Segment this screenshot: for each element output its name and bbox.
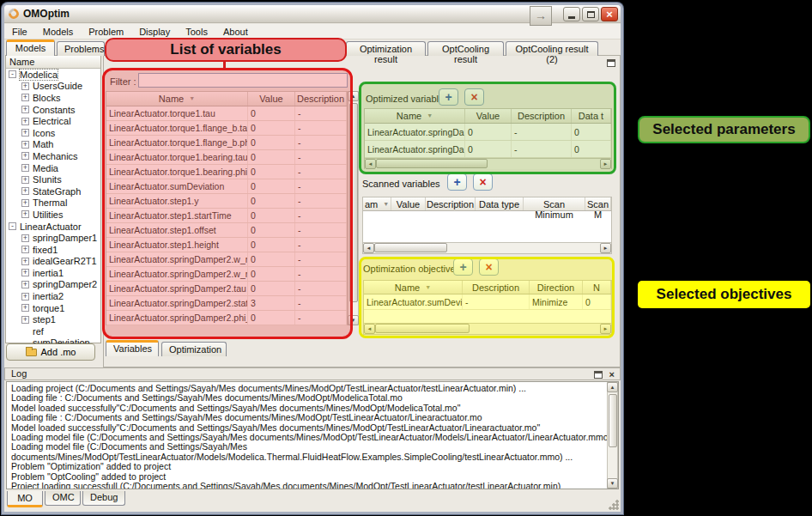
tree-expand-icon[interactable]: + [21, 269, 29, 276]
column-header-name[interactable]: am ▼ [363, 197, 391, 210]
tree-item[interactable]: + springDamper2 [6, 279, 100, 291]
tree-item[interactable]: + Math [6, 139, 100, 151]
tree-item[interactable]: ref [6, 325, 100, 337]
column-header-n[interactable]: N [583, 281, 611, 294]
float-panel-icon[interactable] [594, 371, 603, 379]
tree-item[interactable]: + inertia1 [6, 267, 100, 279]
scroll-thumb[interactable] [375, 324, 470, 333]
table-row[interactable]: LinearActuator.springDamper2.tau 0 - [106, 282, 347, 296]
scroll-down-button[interactable]: ▼ [348, 315, 359, 325]
tree-item[interactable]: + Media [6, 162, 100, 174]
column-header-name[interactable]: Name ▼ [364, 281, 463, 294]
table-row[interactable]: LinearActuator.torque1.bearing.phi 0 - [106, 165, 347, 179]
objectives-hscrollbar[interactable]: ◄ ► [364, 323, 611, 334]
scanned-hscrollbar[interactable]: ◄ ► [363, 242, 611, 253]
maximize-button[interactable] [582, 7, 599, 21]
column-header-datatype[interactable]: Data type [476, 197, 524, 210]
tab-optimization[interactable]: Optimization [161, 342, 227, 356]
scroll-up-button[interactable]: ▲ [607, 382, 618, 392]
scroll-right-button[interactable]: ► [600, 243, 611, 253]
scroll-up-button[interactable]: ▲ [348, 91, 359, 101]
log-scrollbar[interactable]: ▲ ▼ [607, 382, 618, 489]
scroll-left-button[interactable]: ◄ [364, 324, 375, 334]
close-button[interactable]: × [601, 7, 618, 21]
tree-item[interactable]: + Icons [6, 127, 100, 139]
tree-column-header[interactable]: Name [6, 56, 100, 69]
tree-item[interactable]: + torque1 [6, 302, 100, 314]
tree-expand-icon[interactable]: + [21, 316, 29, 324]
table-row[interactable]: LinearActuator.step1.offset 0 - [106, 223, 347, 238]
column-header-scan-maximum[interactable]: Scan M [585, 197, 611, 210]
tree-expand-icon[interactable]: - [9, 70, 16, 78]
tree-expand-icon[interactable]: + [21, 210, 29, 218]
table-row[interactable]: LinearActuator.sumDeviation 0 - [106, 179, 347, 194]
tree-expand-icon[interactable]: + [21, 118, 29, 125]
optimized-hscrollbar[interactable]: ◄ ► [365, 158, 611, 169]
filter-input[interactable] [138, 73, 348, 88]
tree-expand-icon[interactable]: + [21, 293, 29, 300]
table-row[interactable]: LinearActuator.torque1.flange_b.phi 0 - [106, 136, 347, 150]
scroll-left-button[interactable]: ◄ [363, 243, 374, 253]
tree-expand-icon[interactable]: + [21, 106, 29, 113]
tree-expand-icon[interactable]: + [21, 246, 29, 253]
column-header-name[interactable]: Name ▼ [106, 92, 248, 106]
tree-expand-icon[interactable]: + [21, 281, 29, 288]
menu-display[interactable]: Display [131, 25, 178, 39]
tab-variables[interactable]: Variables [106, 340, 159, 356]
table-row[interactable]: LinearActuator.sumDeviation - Minimize 0 [364, 294, 611, 310]
tree-item[interactable]: + step1 [6, 313, 100, 325]
tree-item[interactable]: + Utilities [6, 209, 100, 221]
scroll-thumb[interactable] [374, 243, 447, 252]
menu-tools[interactable]: Tools [178, 25, 215, 39]
tree-item[interactable]: - LinearActuator [6, 221, 100, 233]
column-header-value[interactable]: Value [248, 92, 295, 106]
menu-about[interactable]: About [215, 25, 256, 39]
table-row[interactable]: LinearActuator.step1.y 0 - [106, 194, 347, 209]
tab-problems[interactable]: Problems [57, 41, 105, 56]
objectives-remove-button[interactable]: × [479, 258, 499, 276]
tree-item[interactable]: + idealGearR2T1 [6, 256, 100, 268]
resize-grip[interactable] [609, 500, 619, 510]
column-header-datatype[interactable]: Data t [572, 109, 611, 123]
table-row[interactable]: LinearActuator.springDamper2.d 0 - 0 [365, 124, 611, 141]
title-bar[interactable]: OMOptim [4, 5, 621, 23]
tree-item[interactable]: + fixed1 [6, 244, 100, 256]
float-panel-icon[interactable] [607, 59, 615, 67]
tree-expand-icon[interactable]: + [21, 141, 29, 149]
scanned-remove-button[interactable]: × [473, 173, 493, 191]
tree-item[interactable]: + Electrical [6, 115, 100, 127]
objectives-add-button[interactable]: + [453, 258, 473, 276]
tab-mo[interactable]: MO [7, 491, 43, 507]
scanned-add-button[interactable]: + [447, 173, 467, 191]
tab-omc[interactable]: OMC [45, 491, 81, 506]
table-row[interactable]: LinearActuator.springDamper2.stateSelect… [106, 296, 347, 311]
scroll-thumb[interactable] [349, 103, 358, 302]
table-row[interactable]: LinearActuator.springDamper2.phi_rel_sta… [106, 311, 347, 325]
optimized-add-button[interactable]: + [439, 88, 458, 106]
tree-item[interactable]: + Thermal [6, 197, 100, 209]
add-mo-button[interactable]: Add .mo [6, 343, 95, 361]
tree-expand-icon[interactable]: - [9, 222, 16, 230]
tree-expand-icon[interactable]: + [21, 176, 29, 184]
tree-expand-icon[interactable]: + [21, 199, 29, 207]
table-row[interactable]: LinearActuator.step1.startTime 0 - [106, 209, 347, 223]
tree-item[interactable]: - Modelica [6, 69, 100, 81]
column-header-description[interactable]: Description [295, 92, 347, 106]
scroll-left-button[interactable]: ◄ [365, 159, 376, 169]
scroll-thumb[interactable] [376, 159, 488, 168]
table-row[interactable]: LinearActuator.springDamper2.w_rel_start… [106, 252, 347, 267]
scroll-thumb[interactable] [609, 394, 617, 447]
table-row[interactable]: LinearActuator.springDamper1.d 0 - 0 [365, 141, 611, 158]
scroll-right-button[interactable]: ► [600, 159, 611, 169]
column-header-value[interactable]: Value [391, 197, 426, 210]
tab-models[interactable]: Models [6, 39, 55, 56]
tab-optcooling-result[interactable]: OptCooling result [427, 41, 504, 56]
column-header-value[interactable]: Value [465, 109, 512, 123]
menu-problem[interactable]: Problem [81, 25, 131, 39]
column-header-description[interactable]: Description [426, 197, 476, 210]
tree-expand-icon[interactable]: + [21, 187, 29, 195]
tree-expand-icon[interactable]: + [21, 152, 29, 160]
tree-item[interactable]: + UsersGuide [6, 81, 100, 93]
menu-file[interactable]: File [4, 25, 35, 39]
toolbar-arrow-button[interactable]: → [530, 6, 552, 26]
